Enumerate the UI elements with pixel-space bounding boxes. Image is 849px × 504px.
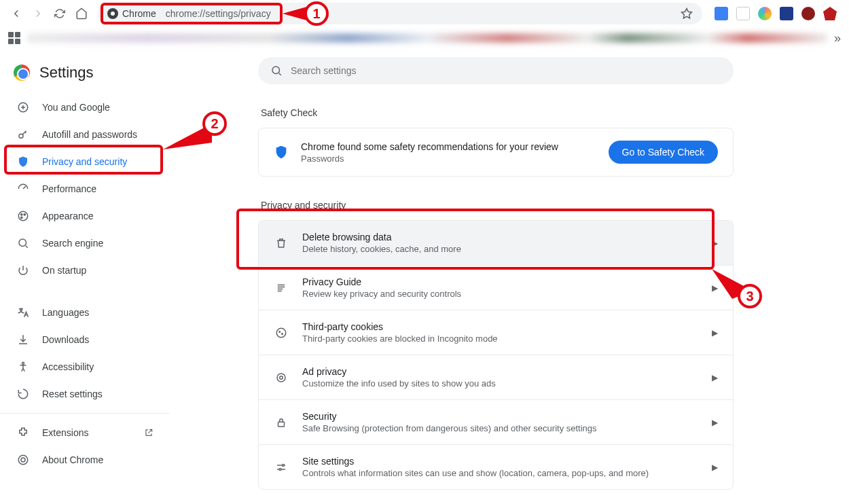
ad-icon xyxy=(274,372,289,384)
chevron-right-icon: ▶ xyxy=(712,283,718,293)
bookmark-star-icon[interactable] xyxy=(681,7,693,20)
apps-icon[interactable] xyxy=(8,32,20,44)
sidebar-item-appearance[interactable]: Appearance xyxy=(0,202,170,230)
row-security[interactable]: Security Safe Browsing (protection from … xyxy=(259,400,733,445)
row-subtitle: Controls what information sites can use … xyxy=(302,468,698,478)
svg-point-3 xyxy=(18,211,28,221)
safety-check-card: Chrome found some safety recommendations… xyxy=(258,128,734,177)
reset-icon xyxy=(16,387,30,401)
accessibility-icon xyxy=(16,360,30,374)
privacy-list-card: Delete browsing data Delete history, coo… xyxy=(258,220,734,490)
main-content: Safety Check Chrome found some safety re… xyxy=(231,49,761,504)
address-bar[interactable]: Chrome chrome://settings/privacy xyxy=(98,3,702,24)
svg-point-18 xyxy=(283,464,285,466)
svg-point-16 xyxy=(277,374,285,382)
sidebar-item-label: Downloads xyxy=(42,334,89,345)
sidebar-item-about[interactable]: About Chrome xyxy=(0,446,170,473)
chevron-right-icon: ▶ xyxy=(712,418,718,427)
forward-button[interactable] xyxy=(27,3,49,24)
extension-icon-1[interactable] xyxy=(715,7,728,20)
shield-icon xyxy=(16,155,30,168)
chevron-right-icon: ▶ xyxy=(712,328,718,338)
download-icon xyxy=(16,333,30,346)
sliders-icon xyxy=(274,461,289,473)
home-button[interactable] xyxy=(71,3,92,24)
sidebar-item-label: Search engine xyxy=(42,238,103,249)
reload-button[interactable] xyxy=(49,3,71,24)
row-subtitle: Delete history, cookies, cache, and more xyxy=(302,244,698,254)
sidebar-item-label: Appearance xyxy=(42,211,94,221)
sidebar-item-label: About Chrome xyxy=(42,454,103,465)
sidebar-item-languages[interactable]: Languages xyxy=(0,299,170,326)
row-third-party-cookies[interactable]: Third-party cookies Third-party cookies … xyxy=(259,310,733,355)
row-title: Privacy Guide xyxy=(302,276,698,287)
sidebar-item-accessibility[interactable]: Accessibility xyxy=(0,353,170,380)
safety-check-button[interactable]: Go to Safety Check xyxy=(609,141,718,164)
blurred-bookmarks xyxy=(27,33,827,43)
sidebar-item-on-startup[interactable]: On startup xyxy=(0,257,170,284)
sidebar-item-performance[interactable]: Performance xyxy=(0,175,170,202)
svg-point-19 xyxy=(279,468,281,470)
svg-point-12 xyxy=(276,328,286,338)
sidebar-item-label: Accessibility xyxy=(42,361,94,372)
guide-icon xyxy=(274,282,289,294)
row-title: Delete browsing data xyxy=(302,232,698,242)
privacy-section-label: Privacy and security xyxy=(261,200,734,211)
row-title: Security xyxy=(302,411,698,422)
extension-icon-4[interactable] xyxy=(780,7,793,20)
row-delete-browsing-data[interactable]: Delete browsing data Delete history, coo… xyxy=(259,221,733,266)
row-site-settings[interactable]: Site settings Controls what information … xyxy=(259,445,733,489)
extension-icon xyxy=(16,426,30,439)
svg-point-5 xyxy=(24,214,25,215)
safety-title: Chrome found some safety recommendations… xyxy=(301,141,596,152)
chrome-logo-icon xyxy=(14,65,30,81)
chrome-chip-icon xyxy=(107,8,118,19)
search-settings-box[interactable] xyxy=(258,57,734,84)
row-subtitle: Safe Browsing (protection from dangerous… xyxy=(302,423,698,433)
row-subtitle: Review key privacy and security controls xyxy=(302,289,698,299)
sidebar-item-label: You and Google xyxy=(42,102,110,113)
cookie-icon xyxy=(274,327,289,339)
row-title: Third-party cookies xyxy=(302,321,698,332)
safety-subtitle: Passwords xyxy=(301,154,596,164)
svg-point-9 xyxy=(18,455,28,465)
chrome-icon xyxy=(16,453,30,467)
sidebar-item-label: Extensions xyxy=(42,427,88,438)
url-chip: Chrome xyxy=(107,8,156,19)
sidebar-item-search-engine[interactable]: Search engine xyxy=(0,230,170,257)
extension-icon-2[interactable] xyxy=(736,7,750,20)
svg-point-4 xyxy=(21,214,22,215)
sidebar-item-reset[interactable]: Reset settings xyxy=(0,380,170,408)
sidebar-item-privacy-security[interactable]: Privacy and security xyxy=(0,148,170,175)
safety-check-label: Safety Check xyxy=(261,107,734,118)
settings-header: Settings xyxy=(0,60,170,94)
search-icon xyxy=(16,236,30,250)
sidebar: Settings You and Google Autofill and pas… xyxy=(0,49,170,504)
overflow-button[interactable]: » xyxy=(834,31,841,46)
extension-icon-5[interactable] xyxy=(801,7,815,20)
svg-point-14 xyxy=(282,333,283,334)
svg-point-7 xyxy=(19,239,26,247)
row-ad-privacy[interactable]: Ad privacy Customize the info used by si… xyxy=(259,355,733,400)
search-input[interactable] xyxy=(291,65,721,76)
speedometer-icon xyxy=(16,182,30,196)
sidebar-item-label: Reset settings xyxy=(42,389,103,399)
extension-icons xyxy=(708,7,844,20)
row-title: Site settings xyxy=(302,456,698,467)
sidebar-item-autofill[interactable]: Autofill and passwords xyxy=(0,121,170,148)
extension-icon-3[interactable] xyxy=(758,7,772,20)
sidebar-item-downloads[interactable]: Downloads xyxy=(0,326,170,353)
lock-icon xyxy=(274,416,289,429)
sidebar-item-you-and-google[interactable]: You and Google xyxy=(0,94,170,121)
svg-point-11 xyxy=(272,67,280,74)
sidebar-item-extensions[interactable]: Extensions xyxy=(0,419,170,446)
back-button[interactable] xyxy=(5,3,27,24)
row-subtitle: Customize the info used by sites to show… xyxy=(302,378,698,389)
row-privacy-guide[interactable]: Privacy Guide Review key privacy and sec… xyxy=(259,266,733,310)
sidebar-item-label: Autofill and passwords xyxy=(42,129,137,140)
sidebar-item-label: Performance xyxy=(42,183,96,194)
page-title: Settings xyxy=(39,64,94,82)
extension-icon-6[interactable] xyxy=(823,7,837,20)
url-text: chrome://settings/privacy xyxy=(166,8,271,19)
svg-point-13 xyxy=(279,331,281,332)
